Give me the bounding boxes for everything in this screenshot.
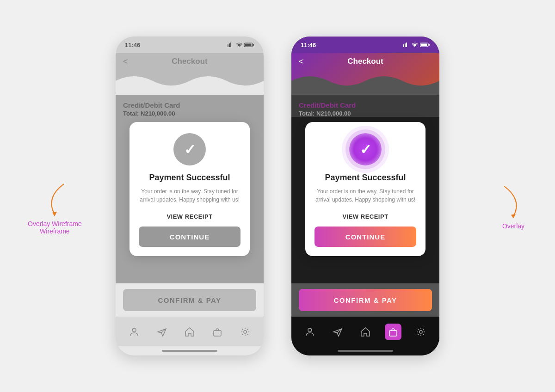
right-nav-home[interactable] xyxy=(357,324,374,340)
left-check-circle: ✓ xyxy=(173,133,206,165)
left-confirm-pay-button[interactable]: CONFIRM & PAY xyxy=(123,289,256,311)
right-modal-desc: Your order is on the way. Stay tuned for… xyxy=(314,187,416,204)
left-modal-card: ✓ Payment Successful Your order is on th… xyxy=(130,122,250,256)
svg-rect-14 xyxy=(421,44,427,46)
left-nav-gear[interactable] xyxy=(237,324,253,340)
svg-rect-11 xyxy=(405,43,406,47)
svg-rect-5 xyxy=(245,44,252,46)
left-check-icon: ✓ xyxy=(184,141,196,158)
svg-point-9 xyxy=(244,331,247,333)
right-header-title: Checkout xyxy=(347,57,383,66)
left-bottom-nav xyxy=(116,317,264,346)
svg-rect-15 xyxy=(429,44,430,46)
svg-rect-10 xyxy=(403,44,404,47)
left-nav-bag[interactable] xyxy=(209,324,226,340)
svg-rect-8 xyxy=(214,331,221,336)
right-nav-bag[interactable] xyxy=(385,324,401,340)
svg-point-18 xyxy=(419,331,422,333)
left-home-bar xyxy=(162,350,217,352)
right-view-receipt[interactable]: VIEW RECEIPT xyxy=(342,213,388,220)
left-header-title: Checkout xyxy=(172,57,207,66)
svg-rect-17 xyxy=(389,331,397,336)
svg-marker-0 xyxy=(52,212,57,216)
svg-marker-19 xyxy=(511,214,516,219)
right-bottom-nav xyxy=(291,317,439,346)
left-status-bar: 11:46 xyxy=(116,37,264,53)
right-confirm-pay-section: CONFIRM & PAY xyxy=(291,283,439,317)
svg-rect-3 xyxy=(230,43,231,47)
svg-rect-12 xyxy=(406,43,407,47)
svg-rect-6 xyxy=(253,44,254,46)
left-time: 11:46 xyxy=(125,42,140,49)
right-content: Credit/Debit Card Total: N210,000.00 ✓ P… xyxy=(291,95,439,283)
right-modal-card: ✓ Payment Successful Your order is on th… xyxy=(305,122,426,256)
right-status-icons xyxy=(403,43,430,47)
right-header-nav: < Checkout xyxy=(291,57,439,66)
left-status-icons xyxy=(228,43,254,47)
right-back-arrow[interactable]: < xyxy=(299,57,304,67)
right-phone: 11:46 < Checkout xyxy=(291,37,439,355)
left-modal-title: Payment Successful xyxy=(149,173,230,183)
right-confirm-pay-button[interactable]: CONFIRM & PAY xyxy=(299,289,432,311)
left-nav-send[interactable] xyxy=(154,324,170,340)
right-check-circle: ✓ xyxy=(349,133,382,165)
left-header-nav: < Checkout xyxy=(116,57,264,66)
right-check-icon: ✓ xyxy=(360,141,371,158)
right-nav-person[interactable] xyxy=(302,324,318,340)
right-modal-overlay: ✓ Payment Successful Your order is on th… xyxy=(291,95,439,283)
svg-rect-1 xyxy=(228,44,228,47)
svg-point-16 xyxy=(308,328,312,332)
left-confirm-pay-section: CONFIRM & PAY xyxy=(116,283,264,317)
right-phone-body: < Checkout Credit/Debit Card Total: N210… xyxy=(291,53,439,355)
right-status-bar: 11:46 xyxy=(291,37,439,53)
right-annotation: Overlay xyxy=(500,182,527,230)
right-home-indicator xyxy=(291,346,439,355)
left-view-receipt[interactable]: VIEW RECEIPT xyxy=(166,213,212,220)
left-annotation-label: Overlay WireframeWireframe xyxy=(28,220,82,235)
right-home-bar xyxy=(338,350,393,352)
right-continue-button[interactable]: CONTINUE xyxy=(314,227,416,247)
left-nav-person[interactable] xyxy=(126,324,142,340)
right-annotation-label: Overlay xyxy=(500,222,527,230)
left-continue-button[interactable]: CONTINUE xyxy=(139,227,240,247)
left-home-indicator xyxy=(116,346,264,355)
left-modal-desc: Your order is on the way. Stay tuned for… xyxy=(139,187,240,204)
left-nav-home[interactable] xyxy=(181,324,198,340)
right-modal-title: Payment Successful xyxy=(325,173,406,183)
left-wavy-header: < Checkout xyxy=(116,53,264,95)
left-modal-overlay: ✓ Payment Successful Your order is on th… xyxy=(116,95,264,283)
svg-rect-2 xyxy=(229,43,230,47)
svg-point-7 xyxy=(132,328,136,332)
left-phone-body: < Checkout Credit/Debit Card Total: N210… xyxy=(116,53,264,355)
left-phone: 11:46 < Checkout xyxy=(116,37,264,355)
right-nav-gear[interactable] xyxy=(413,324,429,340)
right-time: 11:46 xyxy=(301,42,316,49)
right-wavy-header: < Checkout xyxy=(291,53,439,95)
left-annotation: Overlay WireframeWireframe xyxy=(28,179,82,235)
right-nav-send[interactable] xyxy=(329,324,346,340)
left-back-arrow[interactable]: < xyxy=(123,57,128,67)
left-content: Credit/Debit Card Total: N210,000.00 ✓ P… xyxy=(116,95,264,283)
